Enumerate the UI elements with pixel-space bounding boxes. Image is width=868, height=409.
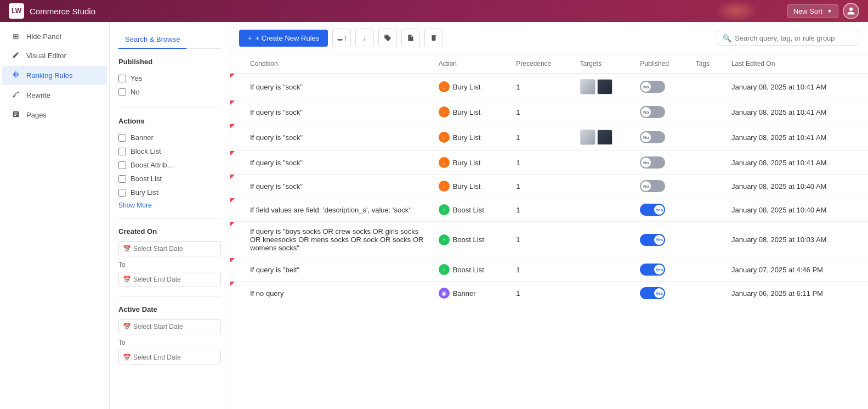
tag-button[interactable] <box>378 29 397 47</box>
toggle-wrapper[interactable]: Yes <box>640 287 682 299</box>
published-no-checkbox[interactable]: No <box>118 85 221 99</box>
toggle-on[interactable]: Yes <box>640 264 665 276</box>
toggle-on[interactable]: Yes <box>640 287 665 299</box>
action-banner-input[interactable] <box>118 134 126 142</box>
row-precedence: 1 <box>509 74 573 100</box>
tab-search-browse[interactable]: Search & Browse <box>118 31 186 49</box>
action-boostlist-input[interactable] <box>118 175 126 183</box>
table-row[interactable]: If query is "belt"↑Boost List1YesJanuary… <box>230 258 868 282</box>
toggle-wrapper[interactable]: No <box>640 131 682 143</box>
action-badge: ↓Bury List <box>439 81 503 92</box>
row-published[interactable]: No <box>633 175 689 198</box>
new-sort-dropdown[interactable]: New Sort ▼ <box>787 4 838 18</box>
sidebar-item-ranking-rules[interactable]: Ranking Rules <box>2 66 107 85</box>
divider-3 <box>118 296 221 296</box>
created-end-input[interactable] <box>118 272 221 287</box>
action-badge: ↑Boost List <box>439 264 503 275</box>
toggle-wrapper[interactable]: Yes <box>640 234 682 246</box>
show-more-actions[interactable]: Show More <box>118 201 221 209</box>
action-blocklist-checkbox[interactable]: Block List <box>118 144 221 158</box>
table-row[interactable]: If query is "boys socks OR crew socks OR… <box>230 222 868 258</box>
published-section-title: Published <box>118 58 221 66</box>
row-published[interactable]: No <box>633 74 689 100</box>
sidebar-item-hide-panel[interactable]: ⊞ Hide Panel <box>2 27 107 46</box>
table-row[interactable]: If query is "sock"↓Bury List1NoJanuary 0… <box>230 74 868 100</box>
action-boostlist-checkbox[interactable]: Boost List <box>118 172 221 186</box>
main-layout: ⊞ Hide Panel Visual Editor Ranking Rules <box>0 22 868 409</box>
toggle-wrapper[interactable]: No <box>640 180 682 192</box>
published-yes-input[interactable] <box>118 75 126 82</box>
sidebar-item-visual-editor[interactable]: Visual Editor <box>2 46 107 65</box>
row-condition: If query is "sock" <box>243 124 432 151</box>
row-published[interactable]: No <box>633 124 689 151</box>
active-start-input[interactable] <box>118 319 221 334</box>
active-end-input[interactable] <box>118 350 221 365</box>
published-yes-checkbox[interactable]: Yes <box>118 71 221 85</box>
sidebar-item-pages[interactable]: Pages <box>2 105 107 125</box>
created-start-wrapper: 📅 <box>118 241 221 256</box>
action-banner-checkbox[interactable]: Banner <box>118 131 221 144</box>
row-condition: If query is "sock" <box>243 100 432 124</box>
action-badge: ↑Boost List <box>439 234 503 245</box>
sidebar: ⊞ Hide Panel Visual Editor Ranking Rules <box>0 22 110 409</box>
toggle-on[interactable]: Yes <box>640 234 665 246</box>
delete-button[interactable] <box>424 29 443 47</box>
row-published[interactable]: No <box>633 100 689 124</box>
row-published[interactable]: Yes <box>633 258 689 282</box>
action-burylist-input[interactable] <box>118 189 126 197</box>
table-row[interactable]: If query is "sock"↓Bury List1NoJanuary 0… <box>230 151 868 175</box>
nav-decoration <box>714 0 758 22</box>
action-label: Bury List <box>453 133 481 142</box>
action-burylist-checkbox[interactable]: Bury List <box>118 186 221 199</box>
col-action: Action <box>432 54 510 74</box>
table-row[interactable]: If no query◉Banner1YesJanuary 06, 2025 a… <box>230 282 868 305</box>
action-boostattrib-checkbox[interactable]: Boost Attrib... <box>118 158 221 172</box>
action-badge: ↓Bury List <box>439 107 503 117</box>
row-last-edited: January 06, 2025 at 6:11 PM <box>725 282 868 305</box>
toggle-knob: Yes <box>654 288 664 298</box>
toggle-on[interactable]: Yes <box>640 204 665 216</box>
published-no-input[interactable] <box>118 88 126 96</box>
published-yes-label: Yes <box>131 74 142 82</box>
row-flag-cell <box>230 198 243 222</box>
row-tags <box>689 124 725 151</box>
row-published[interactable]: Yes <box>633 198 689 222</box>
table-row[interactable]: If query is "sock"↓Bury List1NoJanuary 0… <box>230 100 868 124</box>
toggle-wrapper[interactable]: No <box>640 156 682 169</box>
row-published[interactable]: Yes <box>633 282 689 305</box>
col-condition: Condition <box>243 54 432 74</box>
action-label: Bury List <box>453 83 481 91</box>
col-tags: Tags <box>689 54 725 74</box>
toggle-wrapper[interactable]: No <box>640 106 682 118</box>
export-button[interactable] <box>401 29 420 47</box>
row-published[interactable]: Yes <box>633 222 689 258</box>
toggle-wrapper[interactable]: Yes <box>640 264 682 276</box>
toggle-wrapper[interactable]: Yes <box>640 204 682 216</box>
sidebar-item-rewrite[interactable]: Rewrite <box>2 86 107 105</box>
table-row[interactable]: If query is "sock"↓Bury List1NoJanuary 0… <box>230 175 868 198</box>
toggle-off[interactable]: No <box>640 131 665 143</box>
toggle-off[interactable]: No <box>640 156 665 169</box>
toggle-off[interactable]: No <box>640 106 665 118</box>
toggle-off[interactable]: No <box>640 180 665 192</box>
action-blocklist-label: Block List <box>131 147 161 155</box>
plus-icon: + <box>248 34 252 42</box>
action-boostattrib-input[interactable] <box>118 161 126 169</box>
user-avatar-button[interactable] <box>843 3 859 19</box>
create-new-rules-button[interactable]: + + Create New Rules <box>239 30 328 47</box>
search-input[interactable] <box>735 34 853 42</box>
row-last-edited: January 07, 2025 at 4:46 PM <box>725 258 868 282</box>
row-published[interactable]: No <box>633 151 689 175</box>
table-row[interactable]: If query is "sock"↓Bury List1NoJanuary 0… <box>230 124 868 151</box>
toggle-wrapper[interactable]: No <box>640 81 682 93</box>
table-row[interactable]: If field values are field: 'description_… <box>230 198 868 222</box>
upload-button[interactable]: ↑ <box>332 29 351 47</box>
download-button[interactable]: ↓ <box>355 29 374 47</box>
created-start-input[interactable] <box>118 241 221 256</box>
row-action: ↓Bury List <box>432 124 510 151</box>
toggle-off[interactable]: No <box>640 81 665 93</box>
divider-2 <box>118 218 221 218</box>
action-blocklist-input[interactable] <box>118 148 126 155</box>
action-badge: ↓Bury List <box>439 181 503 192</box>
target-thumbnail <box>580 130 595 145</box>
